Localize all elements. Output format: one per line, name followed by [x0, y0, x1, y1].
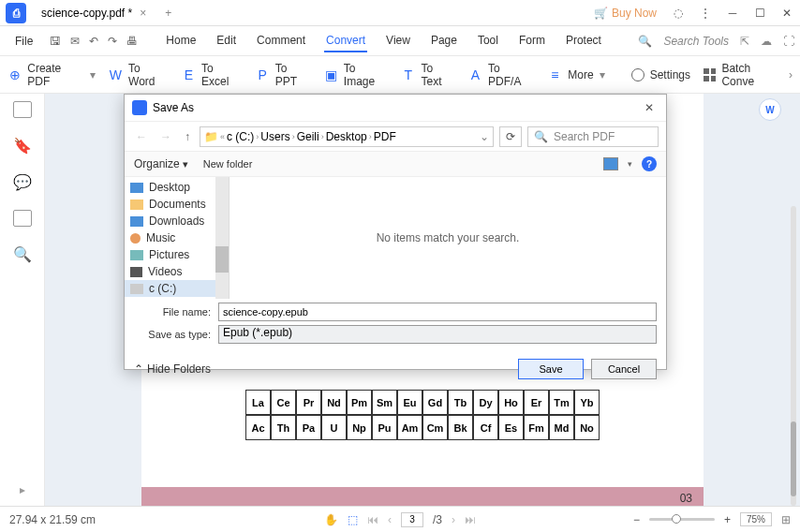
- to-pdfa-button[interactable]: ATo PDF/A: [468, 62, 535, 88]
- undo-icon[interactable]: ↶: [89, 35, 98, 48]
- zoom-thumb[interactable]: [672, 514, 681, 524]
- minimize-button[interactable]: ─: [719, 0, 746, 26]
- save-as-dialog: Save As ✕ ← → ↑ 📁 « c (C:)› Users› Geili…: [124, 94, 667, 370]
- search-input[interactable]: 🔍 Search PDF: [527, 126, 659, 147]
- scrollbar-thumb[interactable]: [791, 421, 796, 496]
- share-icon[interactable]: ⇱: [740, 35, 749, 48]
- refresh-button[interactable]: ⟳: [499, 126, 522, 147]
- close-window-button[interactable]: ✕: [774, 0, 800, 26]
- tab-form[interactable]: Form: [517, 30, 547, 52]
- create-pdf-button[interactable]: ⊕Create PDF▾: [7, 62, 96, 88]
- new-folder-button[interactable]: New folder: [203, 158, 253, 170]
- nav-up-icon[interactable]: ↑: [181, 130, 194, 143]
- tree-desktop[interactable]: Desktop: [125, 179, 229, 196]
- nav-back-icon[interactable]: ←: [132, 130, 151, 143]
- mail-icon[interactable]: ✉: [70, 35, 80, 48]
- element-cell: Ho: [498, 390, 524, 415]
- tab-convert[interactable]: Convert: [324, 30, 367, 52]
- first-page-icon[interactable]: ⏮: [367, 513, 378, 526]
- word-float-icon[interactable]: W: [759, 98, 781, 121]
- help-icon[interactable]: ?: [642, 156, 657, 171]
- organize-button[interactable]: Organize ▾: [134, 157, 188, 170]
- to-word-button[interactable]: WTo Word: [109, 62, 169, 88]
- next-page-icon[interactable]: ›: [452, 513, 455, 526]
- plus-icon: ⊕: [7, 67, 22, 82]
- more-button[interactable]: ≡More▾: [547, 67, 604, 82]
- page-number-label: 03: [680, 492, 692, 505]
- user-icon[interactable]: ◌: [665, 0, 691, 26]
- save-icon[interactable]: 🖫: [50, 35, 61, 48]
- tab-home[interactable]: Home: [164, 30, 198, 52]
- new-tab-button[interactable]: +: [156, 7, 181, 20]
- file-list-area[interactable]: No items match your search.: [230, 177, 666, 299]
- hide-folders-button[interactable]: ⌃Hide Folders: [134, 362, 211, 376]
- tab-protect[interactable]: Protect: [564, 30, 603, 52]
- search-tools-placeholder[interactable]: Search Tools: [663, 35, 729, 48]
- maximize-button[interactable]: ☐: [747, 0, 773, 26]
- tree-drive-c[interactable]: c (C:): [125, 280, 229, 297]
- fit-page-icon[interactable]: ⊞: [781, 513, 791, 526]
- breadcrumb-dropdown-icon[interactable]: ⌄: [480, 130, 489, 143]
- element-cell: Er: [524, 390, 549, 415]
- tree-music[interactable]: Music: [125, 229, 229, 246]
- to-ppt-button[interactable]: PTo PPT: [255, 62, 310, 88]
- print-icon[interactable]: 🖶: [126, 35, 138, 48]
- to-image-button[interactable]: ▣To Image: [324, 62, 389, 88]
- zoom-slider[interactable]: [649, 518, 715, 521]
- file-menu[interactable]: File: [6, 35, 42, 48]
- element-cell: Tm: [549, 390, 574, 415]
- expand-icon[interactable]: ⛶: [783, 35, 794, 48]
- filename-input[interactable]: [218, 303, 657, 321]
- tab-close-icon[interactable]: ×: [140, 7, 146, 20]
- breadcrumb[interactable]: 📁 « c (C:)› Users› Geili› Desktop› PDF ⌄: [200, 126, 494, 147]
- tree-scrollbar-thumb[interactable]: [215, 246, 229, 273]
- tree-downloads[interactable]: Downloads: [125, 213, 229, 229]
- zoom-in-icon[interactable]: +: [724, 513, 731, 526]
- element-cell: Cm: [422, 415, 448, 440]
- more-icon[interactable]: ⋮: [692, 0, 719, 26]
- element-cell: Bk: [448, 415, 473, 440]
- tree-videos[interactable]: Videos: [125, 263, 229, 280]
- save-button[interactable]: Save: [518, 359, 584, 379]
- savetype-label: Save as type:: [134, 329, 218, 340]
- element-cell: Md: [549, 415, 574, 440]
- buy-now-button[interactable]: 🛒 Buy Now: [586, 7, 664, 20]
- folder-tree[interactable]: Desktop Documents Downloads Music Pictur…: [125, 177, 230, 299]
- comment-panel-icon[interactable]: 💬: [13, 173, 32, 191]
- cancel-button[interactable]: Cancel: [591, 359, 657, 379]
- attachment-icon[interactable]: [13, 210, 32, 227]
- sidebar-expand-icon[interactable]: ▸: [20, 483, 25, 496]
- tab-comment[interactable]: Comment: [255, 30, 307, 52]
- redo-icon[interactable]: ↷: [108, 35, 117, 48]
- zoom-out-icon[interactable]: −: [633, 513, 640, 526]
- dialog-titlebar: Save As ✕: [125, 95, 666, 121]
- element-cell: Th: [271, 415, 296, 440]
- thumbnails-icon[interactable]: [13, 101, 32, 118]
- settings-button[interactable]: Settings: [631, 68, 690, 81]
- to-excel-button[interactable]: ETo Excel: [182, 62, 243, 88]
- tree-scrollbar[interactable]: [215, 177, 229, 299]
- view-mode-icon[interactable]: [603, 157, 618, 170]
- hand-tool-icon[interactable]: ✋: [324, 513, 338, 526]
- prev-page-icon[interactable]: ‹: [388, 513, 392, 526]
- tab-tool[interactable]: Tool: [476, 30, 500, 52]
- vertical-scrollbar[interactable]: [791, 206, 796, 506]
- savetype-select[interactable]: Epub (*.epub): [218, 325, 657, 344]
- last-page-icon[interactable]: ⏭: [465, 513, 476, 526]
- tab-view[interactable]: View: [384, 30, 412, 52]
- bookmark-icon[interactable]: 🔖: [13, 137, 32, 155]
- nav-forward-icon[interactable]: →: [156, 130, 175, 143]
- dialog-close-button[interactable]: ✕: [640, 98, 659, 117]
- page-number-input[interactable]: [401, 512, 423, 527]
- batch-convert-button[interactable]: Batch Conve›: [704, 62, 793, 88]
- tab-edit[interactable]: Edit: [215, 30, 238, 52]
- to-text-button[interactable]: TTo Text: [401, 62, 455, 88]
- document-tab[interactable]: science-copy.pdf * ×: [32, 0, 156, 26]
- cloud-icon[interactable]: ☁: [761, 35, 772, 48]
- tree-pictures[interactable]: Pictures: [125, 246, 229, 263]
- tab-page[interactable]: Page: [429, 30, 459, 52]
- select-tool-icon[interactable]: ⬚: [348, 513, 358, 526]
- zoom-level[interactable]: 75%: [740, 512, 772, 526]
- search-panel-icon[interactable]: 🔍: [13, 245, 32, 263]
- tree-documents[interactable]: Documents: [125, 196, 229, 213]
